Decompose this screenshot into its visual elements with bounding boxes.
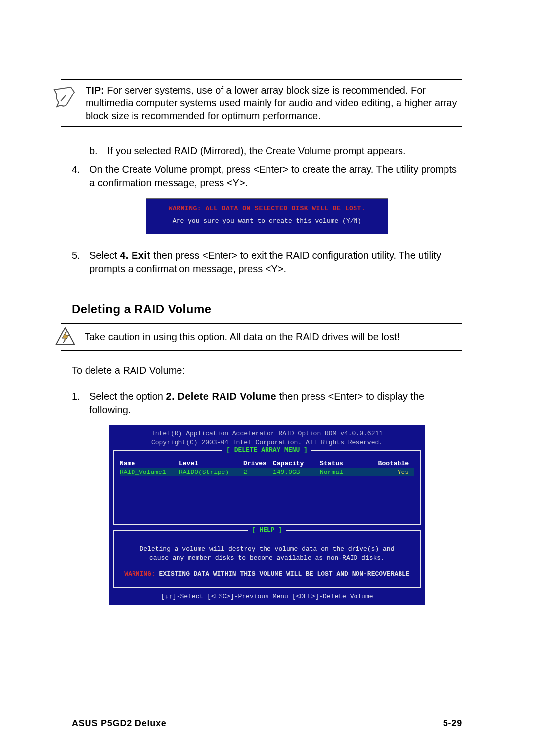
bios-table-row: RAID_Volume1 RAID0(Stripe) 2 149.0GB Nor…: [120, 468, 414, 476]
footer-page-number: 5-29: [443, 718, 462, 729]
sub-text: If you selected RAID (Mirrored), the Cre…: [107, 144, 462, 158]
bios-help-warning: WARNING: EXISTING DATA WITHIN THIS VOLUM…: [124, 570, 410, 578]
confirm-question: Are you sure you want to create this vol…: [153, 217, 381, 225]
bios-screenshot: Intel(R) Application Accelerator RAID Op…: [109, 425, 425, 605]
bios-help-text: Deleting a volume will destroy the volum…: [124, 545, 410, 563]
bios-help-panel: [ HELP ] Deleting a volume will destroy …: [113, 530, 421, 588]
item-text: On the Create Volume prompt, press <Ente…: [89, 163, 462, 189]
confirm-warning: WARNING: ALL DATA ON SELECTED DISK WILL …: [153, 205, 381, 212]
tip-callout: TIP: For server systems, use of a lower …: [61, 79, 462, 127]
list-item-1: 1. Select the option 2. Delete RAID Volu…: [72, 390, 462, 417]
bios-table-header: Name Level Drives Capacity Status Bootab…: [120, 460, 414, 467]
tip-label: TIP:: [86, 85, 104, 95]
bios-help-title: [ HELP ]: [114, 526, 420, 534]
tip-text: TIP: For server systems, use of a lower …: [86, 84, 462, 122]
list-sub-item-b: b. If you selected RAID (Mirrored), the …: [89, 144, 462, 158]
bios-panel-title: [ DELETE ARRAY MENU ]: [114, 446, 420, 454]
pen-tip-icon: [52, 85, 77, 109]
intro-delete: To delete a RAID Volume:: [72, 365, 462, 376]
item-text: Select 4. Exit then press <Enter> to exi…: [89, 249, 462, 276]
item-text: Select the option 2. Delete RAID Volume …: [89, 390, 462, 417]
sub-letter: b.: [89, 144, 107, 158]
bios-header: Intel(R) Application Accelerator RAID Op…: [109, 429, 425, 447]
list-item-5: 5. Select 4. Exit then press <Enter> to …: [72, 249, 462, 276]
section-heading-delete-raid: Deleting a RAID Volume: [72, 302, 462, 316]
page-footer: ASUS P5GD2 Deluxe 5-29: [72, 718, 462, 729]
lightning-warning-icon: [55, 327, 76, 347]
caution-text: Take caution in using this option. All d…: [85, 331, 400, 343]
footer-product: ASUS P5GD2 Deluxe: [72, 718, 167, 729]
list-item-4: 4. On the Create Volume prompt, press <E…: [72, 163, 462, 189]
item-number: 4.: [72, 163, 89, 189]
item-number: 5.: [72, 249, 89, 276]
bios-footer-hints: [↓↑]-Select [<ESC>]-Previous Menu [<DEL>…: [109, 593, 425, 600]
item-number: 1.: [72, 390, 89, 417]
caution-callout: Take caution in using this option. All d…: [61, 323, 462, 351]
confirm-dialog: WARNING: ALL DATA ON SELECTED DISK WILL …: [146, 198, 388, 234]
bios-delete-menu-panel: [ DELETE ARRAY MENU ] Name Level Drives …: [113, 450, 421, 525]
